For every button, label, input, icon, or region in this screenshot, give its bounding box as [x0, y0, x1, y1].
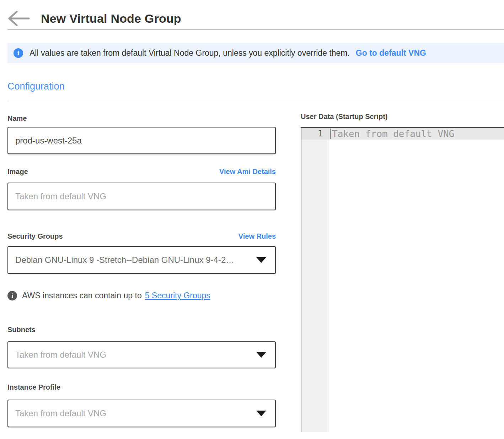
name-field: Name: [7, 114, 276, 154]
form-left-column: Name Image View Ami Details Security Gro…: [7, 100, 276, 432]
name-label: Name: [7, 114, 27, 123]
go-to-default-vng-link[interactable]: Go to default VNG: [356, 48, 426, 58]
security-groups-note: i AWS instances can contain up to 5 Secu…: [7, 291, 276, 300]
chevron-down-icon: [256, 257, 266, 263]
instance-profile-placeholder: Taken from default VNG: [15, 408, 106, 418]
editor-placeholder-text: Taken from default VNG: [332, 129, 454, 139]
view-rules-link[interactable]: View Rules: [238, 232, 276, 240]
security-groups-field: Security Groups View Rules Debian GNU-Li…: [7, 232, 276, 300]
chevron-down-icon: [256, 352, 266, 358]
info-icon: i: [7, 291, 17, 300]
editor-line-1[interactable]: 1 Taken from default VNG: [301, 128, 504, 140]
configuration-form: Name Image View Ami Details Security Gro…: [7, 100, 504, 432]
section-heading: Configuration: [7, 81, 504, 92]
instance-profile-label: Instance Profile: [7, 383, 60, 392]
subnets-select[interactable]: Taken from default VNG: [7, 341, 276, 368]
user-data-editor[interactable]: 1 Taken from default VNG: [301, 127, 504, 432]
chevron-down-icon: [256, 411, 266, 416]
name-input[interactable]: [7, 127, 276, 154]
security-groups-note-text: AWS instances can contain up to: [22, 291, 142, 300]
line-number: 1: [301, 128, 328, 140]
subnets-field: Subnets Taken from default VNG: [7, 325, 276, 368]
image-input[interactable]: [7, 183, 276, 210]
info-banner: i All values are taken from default Virt…: [7, 43, 504, 63]
editor-gutter: [301, 140, 328, 432]
subnets-placeholder: Taken from default VNG: [15, 350, 106, 360]
info-icon: i: [14, 48, 23, 58]
security-groups-limit-link[interactable]: 5 Security Groups: [145, 291, 210, 300]
image-field: Image View Ami Details: [7, 167, 276, 210]
back-button[interactable]: [7, 10, 30, 27]
security-groups-label: Security Groups: [7, 232, 63, 241]
user-data-label: User Data (Startup Script): [301, 112, 504, 121]
configuration-link[interactable]: Configuration: [7, 81, 65, 92]
header-divider: [7, 29, 504, 30]
instance-profile-select[interactable]: Taken from default VNG: [7, 400, 276, 427]
instance-profile-field: Instance Profile Taken from default VNG: [7, 383, 276, 427]
editor-code-line[interactable]: Taken from default VNG: [328, 128, 504, 140]
editor-content-area[interactable]: [328, 140, 504, 432]
text-cursor-icon: [330, 129, 331, 139]
page-header: New Virtual Node Group: [0, 0, 504, 29]
banner-text: All values are taken from default Virtua…: [30, 48, 350, 58]
view-ami-details-link[interactable]: View Ami Details: [219, 168, 276, 176]
security-groups-selected-value: Debian GNU-Linux 9 -Stretch--Debian GNU-…: [15, 255, 234, 265]
subnets-label: Subnets: [7, 325, 36, 335]
form-right-column: User Data (Startup Script) 1 Taken from …: [301, 100, 504, 432]
security-groups-select[interactable]: Debian GNU-Linux 9 -Stretch--Debian GNU-…: [7, 246, 276, 274]
page-title: New Virtual Node Group: [41, 12, 181, 26]
image-label: Image: [7, 167, 28, 177]
arrow-left-icon: [7, 10, 30, 27]
editor-empty-area[interactable]: [301, 140, 504, 432]
